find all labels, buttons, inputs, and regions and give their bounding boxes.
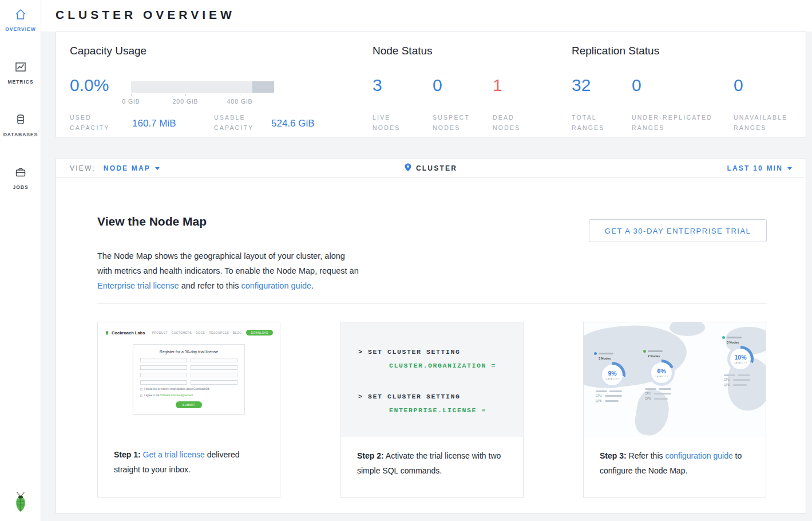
used-capacity-value: 160.7 MiB [132,118,176,129]
form-field [140,380,187,385]
step1-screenshot: Cockroach Labs PRODUCT CUSTOMERS DOCS RE… [98,322,280,436]
mini-trial-form: Register for a 30-day trial license I wo… [133,344,245,415]
capacity-donut: 6% CAPACITY [648,360,675,386]
page-title: CLUSTER OVERVIEW [56,8,235,22]
chevron-down-icon [155,167,160,170]
page-background [41,514,812,521]
step2-sql-snippet: > SET CLUSTER SETTING CLUSTER.ORGANIZATI… [341,322,523,437]
suspect-nodes-label: SUSPECTNODES [433,112,470,133]
mini-submit-button: SUBMIT [176,401,202,408]
mini-agree-row: I agree to the Software License Agreemen… [140,394,237,397]
configuration-guide-link[interactable]: configuration guide [241,281,311,290]
capacity-bar [131,81,274,93]
capacity-donut: 9% CAPACITY [599,362,625,388]
live-nodes-label: LIVENODES [373,112,400,133]
step2-label: Step 2: [357,451,384,460]
cockroach-mini-logo-icon [105,327,109,338]
map-cluster-3: 3 Nodes 10% CAPACITY CPU QPS [722,336,759,386]
jobs-icon [14,166,27,181]
form-field [191,365,237,370]
step3-node-map-preview: 3 Nodes 9% CAPACITY CPU QPS 2 Nodes [584,322,766,437]
form-field [140,373,187,377]
replication-status-title: Replication Status [572,45,659,57]
map-cluster-2: 2 Nodes 6% CAPACITY CPU QPS [643,350,680,400]
sidebar-item-label: METRICS [7,79,33,85]
cockroachdb-logo [0,489,41,513]
used-capacity-label: USEDCAPACITY [70,112,109,133]
mini-nav-links: PRODUCT CUSTOMERS DOCS RESOURCES BLOG [152,331,242,334]
live-nodes-value: 3 [373,76,382,95]
get-trial-license-link[interactable]: Get a trial license [143,450,205,459]
capacity-percent: 0.0% [70,76,109,95]
sidebar-item-jobs[interactable]: JOBS [0,158,41,196]
capacity-donut: 10% CAPACITY [727,346,754,372]
home-icon [14,8,27,23]
chevron-down-icon [787,167,792,170]
step2-caption: Step 2: Activate the trial license with … [341,437,523,478]
sidebar-item-overview[interactable]: OVERVIEW [0,0,41,38]
dead-nodes-value: 1 [493,76,502,95]
sidebar-item-databases[interactable]: DATABASES [0,105,41,143]
step3-caption: Step 3: Refer this configuration guide t… [584,437,766,478]
form-field [140,358,187,362]
mini-checkbox-row: I would like to receive email updates ab… [140,388,237,391]
node-map-panel: View the Node Map The Node Map shows the… [56,177,806,514]
step2-card: > SET CLUSTER SETTING CLUSTER.ORGANIZATI… [340,322,524,498]
suspect-nodes-value: 0 [433,76,442,95]
capacity-tick-400: 400 GiB [227,98,253,105]
form-field [191,373,237,377]
view-selector-dropdown[interactable]: NODE MAP [104,164,160,172]
sql-line: ENTERPRISE.LICENSE = [389,404,523,417]
usable-capacity-value: 524.6 GiB [271,118,315,129]
map-cluster-1: 3 Nodes 9% CAPACITY CPU QPS [594,352,631,402]
mini-brand-text: Cockroach Labs [112,330,145,336]
sql-line: > SET CLUSTER SETTING [358,390,523,404]
cluster-nodes-count: 3 Nodes [727,341,739,344]
cluster-nodes-count: 2 Nodes [648,354,660,358]
step1-label: Step 1: [114,450,141,459]
sidebar-item-label: DATABASES [3,132,38,137]
total-ranges-label: TOTALRANGES [572,112,605,133]
enterprise-trial-license-link[interactable]: Enterprise trial license [97,281,179,290]
view-label: VIEW: [70,164,96,172]
step3-label: Step 3: [600,451,627,460]
under-replicated-value: 0 [632,76,641,95]
divider [97,303,767,304]
unavailable-ranges-label: UNAVAILABLERANGES [734,112,787,133]
dead-nodes-label: DEADNODES [493,112,520,133]
step1-caption: Step 1: Get a trial license delivered st… [98,436,280,477]
capacity-usage-title: Capacity Usage [70,45,146,57]
enterprise-trial-button[interactable]: GET A 30-DAY ENTERPRISE TRIAL [589,219,767,242]
configuration-guide-link-2[interactable]: configuration guide [665,451,732,460]
node-map-description: The Node Map shows the geographical layo… [97,248,359,293]
databases-icon [14,113,27,128]
under-replicated-label: UNDER-REPLICATEDRANGES [632,112,712,133]
cluster-nodes-count: 3 Nodes [599,357,611,360]
sidebar: OVERVIEW METRICS DATABASES JOBS [0,0,41,521]
view-bar: VIEW: NODE MAP CLUSTER LAST 10 MIN [56,159,806,178]
metrics-icon [14,61,27,76]
capacity-tick-0: 0 GiB [122,98,140,105]
sidebar-item-label: OVERVIEW [5,26,36,32]
total-ranges-value: 32 [572,76,591,95]
cluster-summary-panel: Capacity Usage 0.0% 0 GiB 200 GiB 400 Gi… [56,31,806,137]
capacity-tick-200: 200 GiB [173,98,199,105]
sql-line: > SET CLUSTER SETTING [358,345,523,359]
sidebar-item-metrics[interactable]: METRICS [0,53,41,90]
step1-card: Cockroach Labs PRODUCT CUSTOMERS DOCS RE… [97,322,280,498]
usable-capacity-label: USABLECAPACITY [214,112,253,133]
capacity-bar-segment [252,81,274,93]
form-field [140,365,187,370]
time-range-dropdown[interactable]: LAST 10 MIN [727,164,792,172]
step3-card: 3 Nodes 9% CAPACITY CPU QPS 2 Nodes [583,322,766,498]
node-status-title: Node Status [373,45,433,57]
form-field [191,358,237,362]
mini-form-title: Register for a 30-day trial license [140,350,237,354]
location-pin-icon [405,163,411,174]
form-field [191,380,237,385]
sidebar-item-label: JOBS [13,184,28,190]
unavailable-ranges-value: 0 [734,76,743,95]
mini-download-button: DOWNLOAD [246,330,273,336]
sql-line: CLUSTER.ORGANIZATION = [389,359,523,373]
node-map-title: View the Node Map [97,215,207,228]
